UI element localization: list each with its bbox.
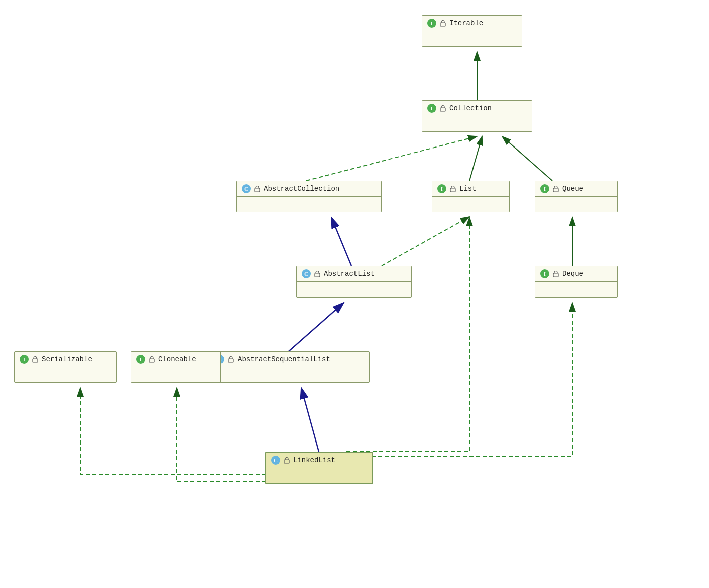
lock-icon-list (449, 185, 456, 192)
label-deque: Deque (562, 270, 583, 278)
badge-linkedlist: C (271, 456, 280, 465)
svg-line-6 (502, 136, 552, 181)
lock-icon-deque (552, 270, 559, 277)
svg-rect-22 (284, 460, 289, 463)
lock-icon-abstractsequentiallist (227, 356, 234, 363)
uml-box-abstractsequentiallist[interactable]: C AbstractSequentialList (210, 351, 370, 383)
body-abstractcollection (237, 197, 381, 212)
badge-queue: I (540, 184, 549, 193)
uml-box-header-abstractlist: C AbstractList (297, 266, 411, 282)
lock-icon-serializable (32, 356, 39, 363)
svg-line-7 (331, 217, 351, 266)
uml-box-header-cloneable: I Cloneable (131, 352, 220, 367)
uml-box-iterable[interactable]: I Iterable (422, 15, 522, 47)
uml-box-cloneable[interactable]: I Cloneable (131, 351, 221, 383)
uml-box-deque[interactable]: I Deque (535, 266, 618, 298)
uml-box-abstractcollection[interactable]: C AbstractCollection (236, 181, 382, 212)
body-abstractsequentiallist (210, 367, 369, 382)
badge-cloneable: I (136, 355, 145, 364)
body-cloneable (131, 367, 220, 382)
badge-serializable: I (20, 355, 29, 364)
svg-rect-14 (255, 188, 260, 192)
svg-rect-21 (149, 359, 154, 362)
body-deque (535, 282, 617, 297)
uml-box-header-deque: I Deque (535, 266, 617, 282)
uml-box-linkedlist[interactable]: C LinkedList (265, 452, 373, 484)
lock-icon-queue (552, 185, 559, 192)
svg-rect-13 (440, 108, 445, 111)
label-cloneable: Cloneable (158, 355, 196, 363)
body-linkedlist (266, 468, 372, 483)
uml-box-abstractlist[interactable]: C AbstractList (296, 266, 412, 298)
badge-iterable: I (427, 19, 436, 28)
body-abstractlist (297, 282, 411, 297)
uml-box-queue[interactable]: I Queue (535, 181, 618, 212)
lock-icon-abstractlist (314, 270, 321, 277)
svg-line-4 (306, 136, 477, 181)
uml-box-header-queue: I Queue (535, 181, 617, 197)
lock-icon-collection (439, 105, 446, 112)
svg-rect-15 (450, 188, 455, 192)
uml-box-header-abstractcollection: C AbstractCollection (237, 181, 381, 197)
svg-rect-17 (315, 273, 320, 277)
body-iterable (422, 31, 522, 46)
svg-rect-19 (228, 359, 233, 362)
svg-rect-20 (33, 359, 38, 362)
uml-box-collection[interactable]: I Collection (422, 100, 532, 132)
diagram-container: I Iterable I Collection C AbstractCollec… (0, 0, 709, 588)
uml-box-serializable[interactable]: I Serializable (14, 351, 117, 383)
badge-abstractcollection: C (242, 184, 251, 193)
svg-rect-16 (553, 188, 558, 192)
body-queue (535, 197, 617, 212)
lock-icon-abstractcollection (254, 185, 261, 192)
label-serializable: Serializable (42, 355, 92, 363)
badge-deque: I (540, 269, 549, 278)
uml-box-list[interactable]: I List (432, 181, 510, 212)
uml-box-header-linkedlist: C LinkedList (266, 453, 372, 468)
svg-line-5 (469, 136, 482, 181)
badge-collection: I (427, 104, 436, 113)
lock-icon-cloneable (148, 356, 155, 363)
label-collection: Collection (449, 104, 492, 112)
svg-rect-12 (440, 23, 445, 26)
lock-icon-iterable (439, 20, 446, 27)
body-list (432, 197, 509, 212)
label-iterable: Iterable (449, 19, 483, 27)
label-abstractlist: AbstractList (324, 270, 375, 278)
label-abstractcollection: AbstractCollection (264, 185, 339, 193)
svg-rect-18 (553, 273, 558, 277)
label-queue: Queue (562, 185, 583, 193)
uml-box-header-serializable: I Serializable (15, 352, 116, 367)
label-list: List (459, 185, 477, 193)
lock-icon-linkedlist (283, 457, 290, 464)
label-abstractsequentiallist: AbstractSequentialList (238, 355, 330, 363)
label-linkedlist: LinkedList (293, 456, 335, 464)
body-collection (422, 116, 532, 131)
uml-box-header-iterable: I Iterable (422, 16, 522, 31)
uml-box-header-abstractsequentiallist: C AbstractSequentialList (210, 352, 369, 367)
body-serializable (15, 367, 116, 382)
svg-line-10 (289, 303, 344, 351)
uml-box-header-list: I List (432, 181, 509, 197)
badge-abstractlist: C (302, 269, 311, 278)
uml-box-header-collection: I Collection (422, 101, 532, 116)
svg-line-11 (301, 388, 319, 452)
badge-list: I (437, 184, 446, 193)
svg-line-8 (382, 217, 469, 266)
